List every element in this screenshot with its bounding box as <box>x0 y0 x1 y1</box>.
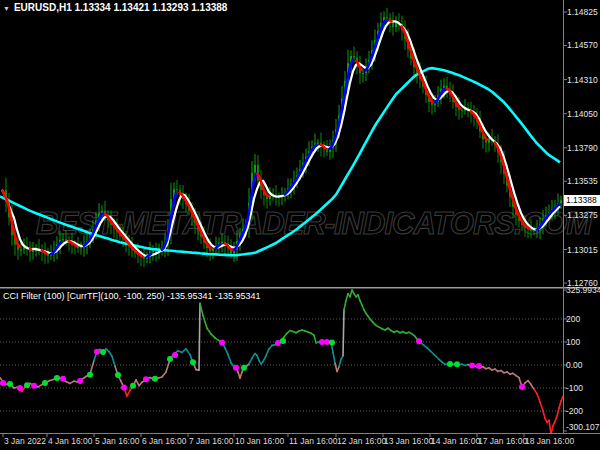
cci-line-segment <box>199 303 200 370</box>
cci-line-segment <box>257 355 259 360</box>
signal-dot <box>17 385 23 391</box>
cci-line-segment <box>339 359 341 367</box>
cci-line-segment <box>344 301 346 310</box>
time-tick-label: 11 Jan 16:00 <box>289 436 338 446</box>
time-tick-label: 3 Jan 2022 <box>4 436 46 446</box>
ma-fast-colored-segment <box>470 111 488 141</box>
mt4-chart-window: BEST-METATRADER-INDICATORS.COM ▼EURUSD,H… <box>0 0 600 450</box>
chart-canvas[interactable] <box>0 0 600 450</box>
signal-dot <box>77 378 83 384</box>
signal-dot <box>416 338 422 344</box>
cci-line-segment <box>540 402 543 411</box>
cci-line-segment <box>561 396 563 401</box>
cci-line-segment <box>211 334 215 338</box>
cci-line-segment <box>555 416 557 422</box>
cci-line-segment <box>112 356 115 366</box>
cci-line-segment <box>252 354 255 359</box>
price-tick-label: 1.14825 <box>567 7 598 17</box>
signal-dot <box>115 372 121 378</box>
candles <box>5 8 562 267</box>
time-tick-label: 13 Jan 16:00 <box>384 436 433 446</box>
cci-line-segment <box>127 390 130 396</box>
signal-dot <box>167 356 173 362</box>
cci-line-segment <box>207 328 211 334</box>
signal-dot <box>469 363 475 369</box>
cci-line-segment <box>557 408 559 416</box>
signal-dot <box>280 338 286 344</box>
signal-dot <box>24 382 30 388</box>
price-tick-label: 1.13275 <box>567 210 598 220</box>
indicator-tick-label: -100 <box>566 383 583 393</box>
signal-dot <box>190 359 196 365</box>
cci-line-segment <box>136 380 139 386</box>
time-tick-label: 5 Jan 16:00 <box>95 436 139 446</box>
price-tick-label: 1.14570 <box>567 40 598 50</box>
current-price-box: 1.13388 <box>564 195 600 206</box>
price-tick-label: 1.13015 <box>567 245 598 255</box>
signal-dot <box>121 385 127 391</box>
chevron-down-icon[interactable]: ▼ <box>3 5 10 12</box>
ma-slow-line <box>0 68 560 255</box>
indicator-tick-label: 0.00 <box>566 360 583 370</box>
signal-dot <box>454 361 460 367</box>
time-tick-label: 6 Jan 16:00 <box>142 436 186 446</box>
signal-dot <box>130 383 136 389</box>
cci-line-segment <box>249 358 252 364</box>
ma-fast-colored-segment <box>29 248 32 250</box>
signal-dot <box>476 363 482 369</box>
signal-dot <box>87 372 93 378</box>
time-tick-label: 14 Jan 16:00 <box>431 436 480 446</box>
cci-line-segment <box>551 426 553 434</box>
cci-line-segment <box>225 348 228 355</box>
cci-line-segment <box>314 335 316 343</box>
plot-area <box>0 8 563 434</box>
signal-dot <box>60 376 66 382</box>
cci-line-segment <box>543 411 545 418</box>
signal-dot <box>54 375 60 381</box>
signal-dot <box>152 376 158 382</box>
cci-line-segment <box>559 401 561 408</box>
ma-fast-colored-segment <box>365 19 386 71</box>
signal-dot <box>0 380 6 386</box>
signal-dot <box>219 340 225 346</box>
cci-line-segment <box>266 349 269 356</box>
ma-fast-colored-segment <box>284 144 317 195</box>
price-tick-label: 1.14310 <box>567 75 598 85</box>
cci-line-segment <box>109 352 112 357</box>
ma-fast-colored-segment <box>536 203 560 230</box>
indicator-tick-label: 200 <box>566 314 580 324</box>
time-tick-label: 10 Jan 16:00 <box>235 436 284 446</box>
cci-line-segment <box>186 349 190 355</box>
symbol-ohlc-text: EURUSD,H1 1.13334 1.13421 1.13293 1.1338… <box>14 2 228 13</box>
cci-line-segment <box>346 294 348 301</box>
cci-line-segment <box>162 372 166 377</box>
indicator-label: CCI Filter (100) [CurrTF](100, -100, 250… <box>3 291 261 301</box>
cci-line-segment <box>203 316 207 329</box>
cci-line-segment <box>358 295 360 301</box>
signal-dot <box>329 340 335 346</box>
time-tick-label: 18 Jan 16:00 <box>525 436 574 446</box>
signal-dot <box>519 384 525 390</box>
ma-fast-white-line <box>2 21 560 256</box>
signal-dot <box>233 365 239 371</box>
cci-line-segment <box>343 310 344 356</box>
indicator-tick-label: -200 <box>566 406 583 416</box>
indicator-tick-label: 325.99348 <box>566 285 600 295</box>
signal-dot <box>42 380 48 386</box>
signal-dot <box>7 381 13 387</box>
signal-dot <box>100 349 106 355</box>
cci-line-segment <box>240 372 242 378</box>
signal-dot <box>172 352 178 358</box>
cci-line-segment <box>534 389 537 394</box>
cci-line-segment <box>228 355 231 363</box>
time-tick-label: 7 Jan 16:00 <box>189 436 233 446</box>
time-tick-label: 12 Jan 16:00 <box>337 436 386 446</box>
signal-dot <box>143 376 149 382</box>
price-tick-label: 1.13535 <box>567 176 598 186</box>
indicator-tick-label: 100 <box>566 337 580 347</box>
cci-line-segment <box>537 394 540 402</box>
time-tick-label: 4 Jan 16:00 <box>48 436 92 446</box>
signal-dot <box>31 383 37 389</box>
time-tick-label: 17 Jan 16:00 <box>478 436 527 446</box>
cci-line-segment <box>263 356 266 362</box>
